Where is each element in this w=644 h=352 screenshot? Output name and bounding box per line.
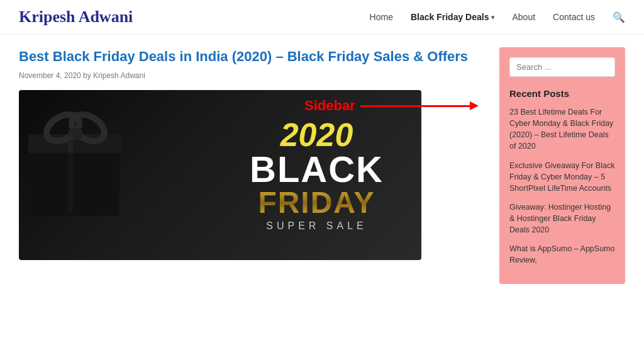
year-label: 2020: [280, 118, 353, 151]
nav-black-friday[interactable]: Black Friday Deals ▾: [411, 12, 495, 22]
recent-post-4[interactable]: What is AppSumo – AppSumo Review,: [509, 243, 615, 266]
recent-posts-title: Recent Posts: [509, 88, 615, 99]
post-author[interactable]: Kripesh Adwani: [93, 71, 145, 80]
sidebar: Sidebar Recent Posts 23 Best Lifetime De…: [499, 47, 625, 284]
post-meta: November 4, 2020 by Kripesh Adwani: [19, 71, 480, 80]
recent-post-2[interactable]: Exclusive Giveaway For Black Friday & Cy…: [509, 160, 615, 194]
sidebar-label: Sidebar: [304, 98, 355, 114]
gift-box-illustration: [25, 96, 126, 222]
svg-rect-2: [31, 150, 119, 216]
search-input[interactable]: [509, 57, 615, 77]
nav-home[interactable]: Home: [370, 12, 393, 22]
super-sale-label: SUPER SALE: [266, 220, 367, 232]
post-date: November 4, 2020: [19, 71, 81, 80]
featured-image-text: 2020 BLACK FRIDAY SUPER SALE: [250, 118, 384, 232]
black-label: BLACK: [250, 151, 384, 188]
recent-post-3[interactable]: Giveaway: Hostinger Hosting & Hostinger …: [509, 202, 615, 236]
main-nav: Home Black Friday Deals ▾ About Contact …: [370, 11, 625, 23]
svg-rect-8: [68, 135, 73, 152]
page-wrapper: Best Black Friday Deals in India (2020) …: [0, 35, 644, 297]
svg-rect-7: [68, 153, 73, 213]
nav-contact[interactable]: Contact us: [553, 12, 595, 22]
search-icon[interactable]: 🔍: [613, 11, 625, 23]
nav-about[interactable]: About: [512, 12, 535, 22]
post-by-text: by: [83, 71, 91, 80]
chevron-down-icon: ▾: [491, 14, 494, 21]
main-content: Best Black Friday Deals in India (2020) …: [19, 47, 480, 284]
friday-label: FRIDAY: [258, 188, 375, 218]
featured-image: 2020 BLACK FRIDAY SUPER SALE: [19, 90, 421, 260]
site-logo[interactable]: Kripesh Adwani: [19, 8, 133, 26]
recent-post-1[interactable]: 23 Best Lifetime Deals For Cyber Monday …: [509, 106, 615, 152]
post-title: Best Black Friday Deals in India (2020) …: [19, 47, 480, 66]
sidebar-annotation: Sidebar: [304, 98, 474, 114]
site-header: Kripesh Adwani Home Black Friday Deals ▾…: [0, 0, 644, 35]
arrow-right-icon: [360, 105, 474, 107]
